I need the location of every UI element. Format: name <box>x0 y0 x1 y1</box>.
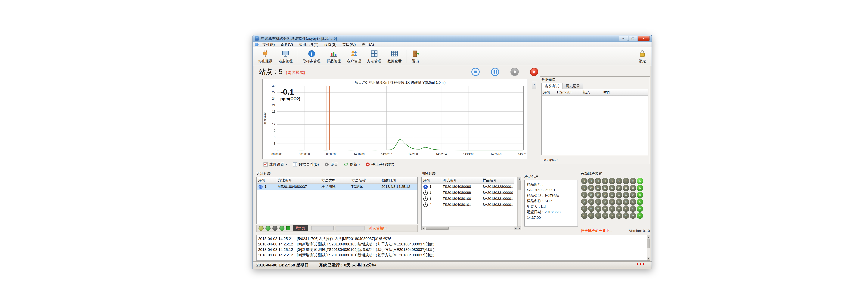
sampler-position-green[interactable]: 52 <box>637 199 643 205</box>
sampler-position[interactable]: 35 <box>595 205 601 212</box>
log-vscrollbar[interactable]: ▲ ▼ <box>647 235 650 261</box>
scroll-down-button[interactable]: ▼ <box>518 227 521 230</box>
sampler-position[interactable]: 17 <box>581 192 588 198</box>
test-list-vscrollbar[interactable]: ▲ ▼ <box>518 177 521 230</box>
sampler-position[interactable]: 11 <box>595 184 601 191</box>
pause-button[interactable] <box>491 68 499 76</box>
sampler-position[interactable]: 1 <box>581 178 588 184</box>
abort-button[interactable]: × <box>530 68 538 76</box>
column-header[interactable]: 样品编号 <box>481 177 515 184</box>
sampler-position[interactable]: 25 <box>581 199 588 205</box>
test-row[interactable]: 1TS201804080098SA2018032800001 <box>422 184 515 190</box>
sampler-position[interactable]: 46 <box>616 212 622 219</box>
sampler-position[interactable]: 42 <box>588 212 594 219</box>
scroll-up-button[interactable]: ▲ <box>647 235 650 239</box>
column-header[interactable]: 方法编号 <box>276 177 320 184</box>
scroll-right-button[interactable]: ► <box>514 227 518 230</box>
titlebar[interactable]: T 在线总有机碳分析系统软件(zcyby) - [站点：5] – ▢ × <box>253 35 652 42</box>
sampler-position[interactable]: 32 <box>630 199 636 205</box>
test-row[interactable]: 4TS201804080101SA2018033100001 <box>422 202 515 208</box>
data-view-button[interactable]: 数据查看 <box>384 48 405 65</box>
column-header[interactable]: 方法类型 <box>320 177 350 184</box>
scroll-up-button[interactable]: ▲ <box>518 177 521 181</box>
column-header[interactable]: 创建日期 <box>380 177 417 184</box>
menu-item[interactable]: 文件(F) <box>260 42 278 47</box>
sampler-position[interactable]: 34 <box>588 205 594 212</box>
sampling-point-button[interactable]: 取样点管理 <box>300 48 323 65</box>
sampler-position[interactable]: 23 <box>623 192 629 198</box>
menu-item[interactable]: 查看(V) <box>278 42 296 47</box>
site-manage-button[interactable]: 站点管理 <box>275 48 296 65</box>
sampler-position[interactable]: 24 <box>630 192 636 198</box>
data-view-chart-button[interactable]: 数据查看(D) <box>292 162 319 167</box>
column-header[interactable]: 序号 <box>541 89 555 96</box>
collapse-panel-button[interactable]: ‹ <box>532 81 536 89</box>
sampler-position[interactable]: 27 <box>595 199 601 205</box>
minimize-button[interactable]: – <box>619 36 628 41</box>
method-row[interactable]: 1ME201804080037样品测试TC测试2018/4/8 14:25:12 <box>257 184 417 190</box>
column-header[interactable]: 方法名称 <box>350 177 380 184</box>
sampler-position[interactable]: 29 <box>609 199 615 205</box>
scroll-left-button[interactable]: ◄ <box>422 227 425 230</box>
menu-item[interactable]: 实用工具(T) <box>296 42 321 47</box>
menu-item[interactable]: 关于(A) <box>359 42 377 47</box>
test-list-hscrollbar[interactable]: ◄ ► <box>422 227 518 230</box>
column-header[interactable]: 测试编号 <box>441 177 481 184</box>
sampler-position[interactable]: 44 <box>602 212 608 219</box>
sampler-position-green[interactable]: 54 <box>637 212 643 219</box>
sampler-position[interactable]: 21 <box>609 192 615 198</box>
lock-button[interactable]: 锁定 <box>636 48 649 65</box>
stop-comm-button[interactable]: 停止通讯 <box>255 48 275 65</box>
stop-button[interactable] <box>471 68 479 76</box>
scroll-thumb[interactable] <box>518 181 521 190</box>
sampler-position[interactable]: 37 <box>609 205 615 212</box>
maximize-button[interactable]: ▢ <box>628 36 637 41</box>
sampler-position[interactable]: 31 <box>623 199 629 205</box>
sampler-position[interactable]: 30 <box>616 199 622 205</box>
test-row[interactable]: 3TS201804080100SA2018033100001 <box>422 196 515 202</box>
sampler-position[interactable]: 38 <box>616 205 622 212</box>
sampler-position[interactable]: 47 <box>623 212 629 219</box>
sampler-position[interactable]: 9 <box>581 184 588 191</box>
sampler-position[interactable]: 48 <box>630 212 636 219</box>
sampler-position[interactable]: 18 <box>588 192 594 198</box>
scroll-thumb[interactable] <box>647 239 650 248</box>
sampler-position-green[interactable]: 50 <box>637 184 643 191</box>
settings-button[interactable]: 设置 <box>324 162 338 167</box>
scroll-thumb[interactable] <box>426 227 448 230</box>
test-row[interactable]: 2TS201804080099SA2018033100000 <box>422 190 515 196</box>
sampler-position[interactable]: 36 <box>602 205 608 212</box>
sampler-position[interactable]: 33 <box>581 205 588 212</box>
column-header[interactable]: TC(mg/L) <box>555 89 581 96</box>
sampler-position[interactable]: 10 <box>588 184 594 191</box>
sampler-position-green[interactable]: 49 <box>637 178 643 184</box>
column-header[interactable]: 状态 <box>581 89 602 96</box>
sampler-position[interactable]: 8 <box>630 178 636 184</box>
sampler-position[interactable]: 4 <box>602 178 608 184</box>
sampler-position[interactable]: 19 <box>595 192 601 198</box>
sampler-position[interactable]: 7 <box>623 178 629 184</box>
sampler-position[interactable]: 2 <box>588 178 594 184</box>
sampler-position-green[interactable]: 53 <box>637 205 643 212</box>
sample-manage-button[interactable]: 样品管理 <box>323 48 344 65</box>
sampler-position[interactable]: 12 <box>602 184 608 191</box>
customer-manage-button[interactable]: 客户管理 <box>344 48 364 65</box>
sampler-position[interactable]: 26 <box>588 199 594 205</box>
linear-settings-button[interactable]: 线性设置▾ <box>263 162 287 167</box>
column-header[interactable]: 序号 <box>422 177 441 184</box>
refresh-button[interactable]: 刷新▾ <box>344 162 360 167</box>
sampler-position[interactable]: 5 <box>609 178 615 184</box>
play-button[interactable] <box>510 68 519 76</box>
sampler-position[interactable]: 6 <box>616 178 622 184</box>
sampler-position[interactable]: 28 <box>602 199 608 205</box>
menu-item[interactable]: 设置(S) <box>321 42 340 47</box>
menu-item[interactable]: 窗口(W) <box>339 42 359 47</box>
column-header[interactable]: 时间 <box>602 89 648 96</box>
sampler-position[interactable]: 14 <box>616 184 622 191</box>
sampler-position[interactable]: 3 <box>595 178 601 184</box>
method-manage-button[interactable]: 方法管理 <box>364 48 384 65</box>
exit-button[interactable]: 退出 <box>409 48 423 65</box>
close-button[interactable]: × <box>638 36 650 41</box>
sampler-position[interactable]: 16 <box>630 184 636 191</box>
sampler-position[interactable]: 41 <box>581 212 588 219</box>
